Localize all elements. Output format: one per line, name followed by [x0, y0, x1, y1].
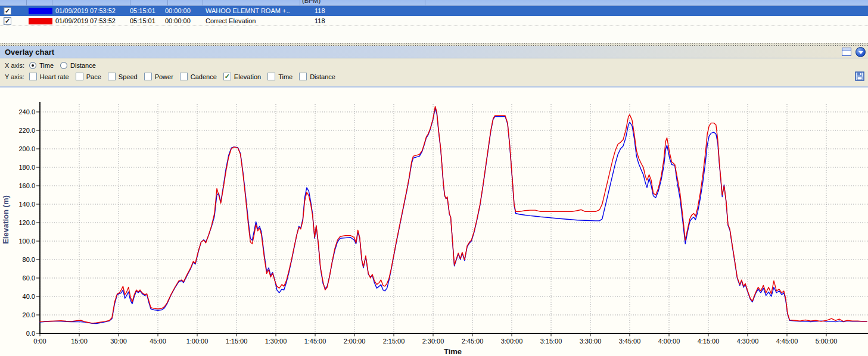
y-tick-label: 240.0 [18, 108, 35, 115]
series-color-swatch[interactable] [29, 8, 52, 14]
radio-icon [60, 62, 67, 69]
x-axis-radio-distance[interactable]: Distance [60, 62, 96, 69]
x-tick-label: 4:45:00 [776, 338, 798, 345]
checkbox-icon [180, 73, 188, 80]
series-color-swatch[interactable] [29, 18, 52, 24]
checkbox-icon [144, 73, 152, 80]
x-tick-label: 1:00:00 [186, 338, 209, 345]
x-tick-label: 1:45:00 [304, 338, 326, 345]
row-avg-bpm: 118 [315, 7, 325, 14]
checkbox-icon [29, 73, 37, 80]
row-duration: 05:15:01 [130, 7, 155, 14]
checkbox-icon: ✓ [223, 73, 231, 80]
checkbox-label: Heart rate [40, 73, 69, 80]
row-avg-bpm: 118 [315, 17, 325, 24]
overlay-chart-plot[interactable]: 0.020.040.060.080.0100.0120.0140.0160.01… [0, 86, 868, 356]
y-axis-checkbox-elevation[interactable]: ✓Elevation [223, 73, 261, 80]
checkbox-icon [267, 73, 275, 80]
y-tick-label: 200.0 [18, 145, 35, 152]
y-axis-checkbox-speed[interactable]: Speed [108, 73, 138, 80]
save-icon [855, 71, 864, 81]
y-tick-label: 120.0 [18, 219, 35, 226]
row-offset: 00:00:00 [165, 17, 191, 24]
row-offset: 00:00:00 [165, 7, 191, 14]
x-tick-label: 30:00 [110, 338, 127, 345]
x-tick-label: 4:15:00 [698, 338, 720, 345]
table-row[interactable]: ✓01/09/2019 07:53:5205:15:0100:00:00WAHO… [0, 6, 868, 16]
y-axis-title: Elevation (m) [1, 195, 10, 244]
radio-label: Time [39, 62, 54, 69]
checkbox-label: Speed [119, 73, 138, 80]
series-line-wahoo-elemnt-roam [40, 108, 867, 324]
table-header-bpm: (BPM) [302, 0, 321, 4]
y-axis-caption: Y axis: [5, 73, 24, 80]
x-tick-label: 2:00:00 [344, 338, 366, 345]
y-tick-label: 20.0 [23, 311, 35, 318]
checkbox-icon [76, 73, 83, 80]
x-tick-label: 15:00 [71, 338, 88, 345]
y-axis-checkbox-distance[interactable]: Distance [299, 73, 335, 80]
y-axis-checkbox-pace[interactable]: Pace [76, 73, 101, 80]
checkbox-label: Distance [310, 73, 335, 80]
x-tick-label: 3:00:00 [501, 338, 523, 345]
x-tick-label: 2:15:00 [383, 338, 405, 345]
column-divider [300, 0, 300, 5]
table-header-row[interactable]: (BPM) [0, 0, 868, 6]
y-tick-label: 40.0 [23, 293, 35, 300]
row-visibility-checkbox[interactable]: ✓ [4, 17, 11, 25]
x-axis-radio-time[interactable]: Time [29, 62, 54, 69]
y-tick-label: 60.0 [23, 274, 35, 282]
radio-label: Distance [70, 62, 96, 69]
row-duration: 05:15:01 [130, 17, 155, 24]
x-axis-caption: X axis: [5, 62, 24, 69]
checkbox-icon [108, 73, 116, 80]
y-axis-checkbox-heart-rate[interactable]: Heart rate [29, 73, 69, 80]
y-tick-label: 160.0 [18, 182, 35, 189]
y-axis-checkbox-time[interactable]: Time [267, 73, 293, 80]
x-tick-label: 3:15:00 [540, 338, 562, 345]
collapse-panel-button[interactable] [855, 47, 866, 57]
activity-table: (BPM) ✓01/09/2019 07:53:5205:15:0100:00:… [0, 0, 868, 43]
checkbox-label: Elevation [234, 73, 261, 80]
series-line-correct-elevation [40, 107, 867, 323]
column-divider [203, 0, 203, 5]
row-date: 01/09/2019 07:53:52 [55, 17, 116, 24]
x-axis-option-row: X axis: TimeDistance [5, 62, 102, 69]
y-axis-checkbox-cadence[interactable]: Cadence [180, 73, 217, 80]
checkbox-label: Pace [86, 73, 101, 80]
x-tick-label: 1:15:00 [226, 338, 248, 345]
table-row[interactable]: ✓01/09/2019 07:53:5205:15:0100:00:00Corr… [0, 16, 868, 26]
y-axis-checkbox-power[interactable]: Power [144, 73, 173, 80]
column-divider [130, 0, 130, 5]
y-tick-label: 220.0 [18, 127, 35, 134]
checkbox-label: Time [278, 73, 293, 80]
y-tick-label: 100.0 [18, 238, 35, 245]
checkbox-label: Power [155, 73, 173, 80]
x-tick-label: 1:30:00 [265, 338, 287, 345]
x-tick-label: 45:00 [150, 338, 166, 345]
checkbox-label: Cadence [191, 73, 217, 80]
x-tick-label: 2:30:00 [422, 338, 444, 345]
row-visibility-checkbox[interactable]: ✓ [4, 7, 11, 15]
radio-icon [29, 62, 36, 69]
x-tick-label: 3:30:00 [580, 338, 602, 345]
column-divider [52, 0, 52, 5]
x-tick-label: 0:00 [33, 338, 46, 345]
y-tick-label: 80.0 [23, 256, 35, 263]
chevron-down-icon [858, 51, 863, 54]
panel-title: Overlay chart [5, 48, 54, 57]
y-tick-label: 140.0 [18, 201, 35, 208]
y-tick-label: 180.0 [18, 164, 35, 171]
row-activity-name: Correct Elevation [206, 17, 256, 24]
x-tick-label: 5:00:00 [816, 338, 838, 345]
checkbox-icon [299, 73, 307, 80]
overlay-chart-controls: X axis: TimeDistance Y axis: Heart rateP… [0, 58, 868, 86]
column-divider [167, 0, 168, 5]
save-chart-button[interactable] [855, 71, 864, 81]
x-tick-label: 3:45:00 [619, 338, 641, 345]
x-tick-label: 4:30:00 [737, 338, 759, 345]
row-date: 01/09/2019 07:53:52 [55, 7, 116, 14]
x-axis-title: Time [444, 347, 462, 356]
layout-icon[interactable] [842, 48, 851, 56]
y-tick-label: 0.0 [26, 330, 35, 337]
